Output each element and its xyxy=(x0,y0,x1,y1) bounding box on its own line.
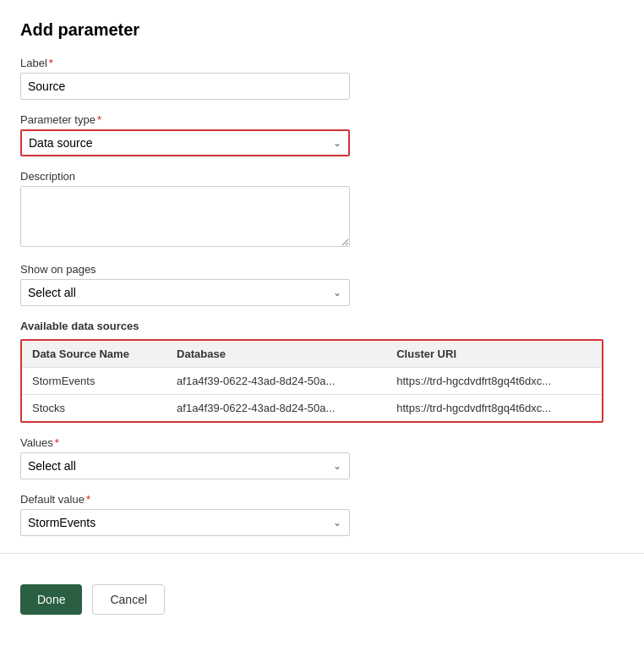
table-row[interactable]: StormEvents af1a4f39-0622-43ad-8d24-50a.… xyxy=(22,368,602,395)
table-header-row: Data Source Name Database Cluster URI xyxy=(22,341,602,368)
cell-cluster-uri: https://trd-hgcdvdfrt8gq4t6dxc... xyxy=(386,395,602,422)
default-value-field-group: Default value* StormEvents Stocks ⌄ xyxy=(20,493,624,536)
label-field-label: Label* xyxy=(20,57,624,69)
show-on-pages-label: Show on pages xyxy=(20,263,624,276)
param-type-required-star: * xyxy=(97,113,101,126)
default-value-label: Default value* xyxy=(20,493,624,506)
col-header-name: Data Source Name xyxy=(22,341,166,368)
label-required-star: * xyxy=(49,57,53,69)
description-label: Description xyxy=(20,170,624,183)
parameter-type-label: Parameter type* xyxy=(20,113,624,126)
data-sources-table: Data Source Name Database Cluster URI St… xyxy=(22,341,602,421)
col-header-database: Database xyxy=(166,341,386,368)
parameter-type-select-wrapper: Data source Text Number Boolean ⌄ xyxy=(20,129,350,156)
data-sources-table-body: StormEvents af1a4f39-0622-43ad-8d24-50a.… xyxy=(22,368,602,422)
show-on-pages-select-wrapper: Select all ⌄ xyxy=(20,279,350,306)
cell-database: af1a4f39-0622-43ad-8d24-50a... xyxy=(166,368,386,395)
data-sources-table-header: Data Source Name Database Cluster URI xyxy=(22,341,602,368)
done-button[interactable]: Done xyxy=(20,584,82,615)
default-value-select-wrapper: StormEvents Stocks ⌄ xyxy=(20,509,350,536)
dialog-title: Add parameter xyxy=(20,20,624,40)
values-select[interactable]: Select all xyxy=(20,452,350,479)
cancel-button[interactable]: Cancel xyxy=(92,584,165,615)
values-required-star: * xyxy=(55,436,59,449)
available-data-sources-group: Available data sources Data Source Name … xyxy=(20,320,624,423)
description-input[interactable] xyxy=(20,186,350,247)
show-on-pages-select[interactable]: Select all xyxy=(20,279,350,306)
default-value-required-star: * xyxy=(86,493,90,506)
show-on-pages-field-group: Show on pages Select all ⌄ xyxy=(20,263,624,306)
cell-name: Stocks xyxy=(22,395,166,422)
cell-name: StormEvents xyxy=(22,368,166,395)
description-field-group: Description xyxy=(20,170,624,249)
add-parameter-dialog: Add parameter Label* Parameter type* Dat… xyxy=(0,0,644,536)
data-sources-table-container: Data Source Name Database Cluster URI St… xyxy=(20,339,603,423)
values-field-group: Values* Select all ⌄ xyxy=(20,436,624,479)
parameter-type-select[interactable]: Data source Text Number Boolean xyxy=(20,129,350,156)
available-data-sources-label: Available data sources xyxy=(20,320,624,332)
label-input[interactable] xyxy=(20,73,350,100)
values-label: Values* xyxy=(20,436,624,449)
label-field-group: Label* xyxy=(20,57,624,100)
footer-divider xyxy=(0,553,644,554)
default-value-select[interactable]: StormEvents Stocks xyxy=(20,509,350,536)
footer-actions: Done Cancel xyxy=(0,571,644,628)
values-select-wrapper: Select all ⌄ xyxy=(20,452,350,479)
col-header-cluster-uri: Cluster URI xyxy=(386,341,602,368)
cell-database: af1a4f39-0622-43ad-8d24-50a... xyxy=(166,395,386,422)
cell-cluster-uri: https://trd-hgcdvdfrt8gq4t6dxc... xyxy=(386,368,602,395)
table-row[interactable]: Stocks af1a4f39-0622-43ad-8d24-50a... ht… xyxy=(22,395,602,422)
parameter-type-field-group: Parameter type* Data source Text Number … xyxy=(20,113,624,156)
